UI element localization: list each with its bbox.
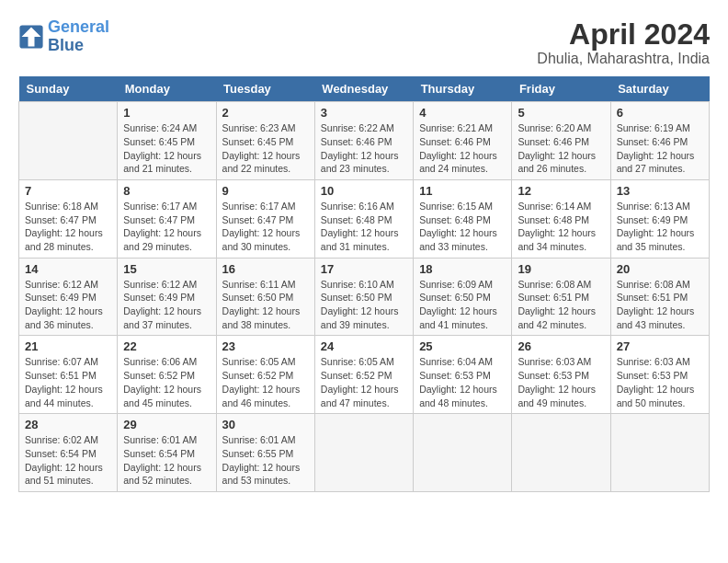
day-number: 9 [222, 184, 309, 198]
day-number: 5 [518, 106, 604, 120]
day-number: 20 [617, 262, 703, 276]
week-row-4: 21Sunrise: 6:07 AM Sunset: 6:51 PM Dayli… [19, 336, 710, 414]
day-number: 23 [222, 339, 309, 353]
day-info: Sunrise: 6:10 AM Sunset: 6:50 PM Dayligh… [321, 278, 407, 332]
day-info: Sunrise: 6:21 AM Sunset: 6:46 PM Dayligh… [419, 121, 506, 176]
calendar-cell: 11Sunrise: 6:15 AM Sunset: 6:48 PM Dayli… [414, 179, 512, 258]
calendar-cell: 22Sunrise: 6:06 AM Sunset: 6:52 PM Dayli… [118, 336, 216, 414]
calendar-cell: 21Sunrise: 6:07 AM Sunset: 6:51 PM Dayli… [19, 336, 118, 414]
calendar-cell: 5Sunrise: 6:20 AM Sunset: 6:46 PM Daylig… [512, 102, 610, 180]
day-number: 24 [321, 339, 407, 353]
day-number: 3 [321, 106, 407, 120]
calendar-cell: 23Sunrise: 6:05 AM Sunset: 6:52 PM Dayli… [216, 336, 314, 414]
page-title: April 2024 [537, 18, 710, 51]
day-number: 8 [123, 184, 210, 198]
calendar-cell: 13Sunrise: 6:13 AM Sunset: 6:49 PM Dayli… [610, 179, 709, 258]
week-row-2: 7Sunrise: 6:18 AM Sunset: 6:47 PM Daylig… [19, 179, 710, 258]
day-info: Sunrise: 6:11 AM Sunset: 6:50 PM Dayligh… [222, 278, 309, 332]
day-info: Sunrise: 6:18 AM Sunset: 6:47 PM Dayligh… [25, 200, 111, 254]
calendar-cell: 14Sunrise: 6:12 AM Sunset: 6:49 PM Dayli… [19, 258, 118, 336]
day-number: 18 [419, 262, 506, 276]
day-number: 28 [25, 418, 111, 431]
calendar-cell: 2Sunrise: 6:23 AM Sunset: 6:45 PM Daylig… [216, 102, 314, 180]
calendar-cell: 20Sunrise: 6:08 AM Sunset: 6:51 PM Dayli… [610, 258, 709, 336]
day-info: Sunrise: 6:08 AM Sunset: 6:51 PM Dayligh… [518, 278, 604, 332]
calendar-cell: 30Sunrise: 6:01 AM Sunset: 6:55 PM Dayli… [216, 414, 314, 492]
weekday-header-saturday: Saturday [610, 76, 709, 102]
calendar-cell: 3Sunrise: 6:22 AM Sunset: 6:46 PM Daylig… [314, 102, 413, 180]
day-info: Sunrise: 6:09 AM Sunset: 6:50 PM Dayligh… [419, 278, 506, 332]
day-number: 30 [222, 418, 309, 431]
week-row-5: 28Sunrise: 6:02 AM Sunset: 6:54 PM Dayli… [19, 414, 710, 492]
page-header: General Blue April 2024 Dhulia, Maharash… [18, 18, 710, 67]
day-number: 16 [222, 262, 309, 276]
day-info: Sunrise: 6:07 AM Sunset: 6:51 PM Dayligh… [25, 355, 111, 409]
day-number: 29 [123, 418, 210, 431]
day-number: 6 [617, 106, 703, 120]
calendar-cell: 26Sunrise: 6:03 AM Sunset: 6:53 PM Dayli… [512, 336, 610, 414]
weekday-header-monday: Monday [118, 76, 216, 102]
day-info: Sunrise: 6:01 AM Sunset: 6:54 PM Dayligh… [123, 433, 210, 488]
day-info: Sunrise: 6:04 AM Sunset: 6:53 PM Dayligh… [419, 355, 506, 409]
day-info: Sunrise: 6:12 AM Sunset: 6:49 PM Dayligh… [123, 278, 210, 332]
calendar-table: SundayMondayTuesdayWednesdayThursdayFrid… [18, 76, 710, 492]
day-info: Sunrise: 6:12 AM Sunset: 6:49 PM Dayligh… [25, 278, 111, 332]
day-info: Sunrise: 6:05 AM Sunset: 6:52 PM Dayligh… [222, 355, 309, 409]
day-info: Sunrise: 6:17 AM Sunset: 6:47 PM Dayligh… [123, 200, 210, 254]
weekday-header-sunday: Sunday [19, 76, 118, 102]
title-block: April 2024 Dhulia, Maharashtra, India [537, 18, 710, 67]
calendar-cell: 15Sunrise: 6:12 AM Sunset: 6:49 PM Dayli… [118, 258, 216, 336]
weekday-header-friday: Friday [512, 76, 610, 102]
calendar-cell: 9Sunrise: 6:17 AM Sunset: 6:47 PM Daylig… [216, 179, 314, 258]
logo: General Blue [18, 18, 109, 55]
calendar-cell [610, 414, 709, 492]
day-info: Sunrise: 6:22 AM Sunset: 6:46 PM Dayligh… [321, 121, 407, 176]
weekday-header-row: SundayMondayTuesdayWednesdayThursdayFrid… [19, 76, 710, 102]
calendar-cell: 1Sunrise: 6:24 AM Sunset: 6:45 PM Daylig… [118, 102, 216, 180]
calendar-cell: 18Sunrise: 6:09 AM Sunset: 6:50 PM Dayli… [414, 258, 512, 336]
calendar-cell: 19Sunrise: 6:08 AM Sunset: 6:51 PM Dayli… [512, 258, 610, 336]
calendar-cell: 8Sunrise: 6:17 AM Sunset: 6:47 PM Daylig… [118, 179, 216, 258]
calendar-cell: 28Sunrise: 6:02 AM Sunset: 6:54 PM Dayli… [19, 414, 118, 492]
day-number: 13 [617, 184, 703, 198]
calendar-cell: 7Sunrise: 6:18 AM Sunset: 6:47 PM Daylig… [19, 179, 118, 258]
weekday-header-tuesday: Tuesday [216, 76, 314, 102]
calendar-cell: 27Sunrise: 6:03 AM Sunset: 6:53 PM Dayli… [610, 336, 709, 414]
calendar-cell: 25Sunrise: 6:04 AM Sunset: 6:53 PM Dayli… [414, 336, 512, 414]
day-number: 15 [123, 262, 210, 276]
calendar-cell: 29Sunrise: 6:01 AM Sunset: 6:54 PM Dayli… [118, 414, 216, 492]
week-row-1: 1Sunrise: 6:24 AM Sunset: 6:45 PM Daylig… [19, 102, 710, 180]
logo-icon [18, 24, 44, 50]
calendar-cell: 6Sunrise: 6:19 AM Sunset: 6:46 PM Daylig… [610, 102, 709, 180]
day-number: 7 [25, 184, 111, 198]
day-info: Sunrise: 6:01 AM Sunset: 6:55 PM Dayligh… [222, 433, 309, 488]
weekday-header-wednesday: Wednesday [314, 76, 413, 102]
day-number: 26 [518, 339, 604, 353]
day-info: Sunrise: 6:15 AM Sunset: 6:48 PM Dayligh… [419, 200, 506, 254]
day-info: Sunrise: 6:20 AM Sunset: 6:46 PM Dayligh… [518, 121, 604, 176]
calendar-cell [512, 414, 610, 492]
day-info: Sunrise: 6:23 AM Sunset: 6:45 PM Dayligh… [222, 121, 309, 176]
calendar-cell: 10Sunrise: 6:16 AM Sunset: 6:48 PM Dayli… [314, 179, 413, 258]
day-number: 27 [617, 339, 703, 353]
calendar-cell [314, 414, 413, 492]
day-info: Sunrise: 6:02 AM Sunset: 6:54 PM Dayligh… [25, 433, 111, 488]
calendar-cell: 12Sunrise: 6:14 AM Sunset: 6:48 PM Dayli… [512, 179, 610, 258]
day-info: Sunrise: 6:05 AM Sunset: 6:52 PM Dayligh… [321, 355, 407, 409]
weekday-header-thursday: Thursday [414, 76, 512, 102]
calendar-cell [414, 414, 512, 492]
day-info: Sunrise: 6:08 AM Sunset: 6:51 PM Dayligh… [617, 278, 703, 332]
week-row-3: 14Sunrise: 6:12 AM Sunset: 6:49 PM Dayli… [19, 258, 710, 336]
day-info: Sunrise: 6:03 AM Sunset: 6:53 PM Dayligh… [617, 355, 703, 409]
day-info: Sunrise: 6:06 AM Sunset: 6:52 PM Dayligh… [123, 355, 210, 409]
day-number: 1 [123, 106, 210, 120]
day-info: Sunrise: 6:14 AM Sunset: 6:48 PM Dayligh… [518, 200, 604, 254]
calendar-cell: 17Sunrise: 6:10 AM Sunset: 6:50 PM Dayli… [314, 258, 413, 336]
day-number: 4 [419, 106, 506, 120]
day-info: Sunrise: 6:24 AM Sunset: 6:45 PM Dayligh… [123, 121, 210, 176]
day-info: Sunrise: 6:13 AM Sunset: 6:49 PM Dayligh… [617, 200, 703, 254]
logo-text: General Blue [48, 18, 109, 55]
day-number: 22 [123, 339, 210, 353]
day-number: 25 [419, 339, 506, 353]
calendar-cell: 24Sunrise: 6:05 AM Sunset: 6:52 PM Dayli… [314, 336, 413, 414]
